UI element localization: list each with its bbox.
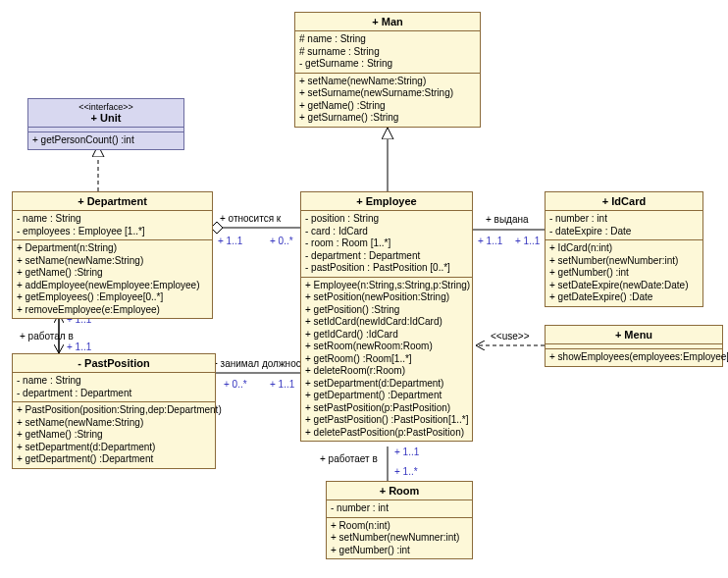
- emp-op-9: + getDepartment() :Department: [305, 390, 468, 402]
- mult-worked-past: + 1..1: [67, 342, 91, 352]
- unit-op-0: + getPersonCount() :int: [32, 134, 180, 147]
- pp-op-3: + setDepartment(d:Department): [17, 442, 211, 454]
- pp-op-0: + PastPosition(position:String,dep:Depar…: [17, 404, 211, 417]
- class-unit: <<interface>> + Unit + getPersonCount() …: [27, 98, 184, 150]
- room-op-1: + setNumber(newNumner:int): [331, 532, 468, 545]
- employee-attrs: - position : String - card : IdCard - ro…: [301, 211, 472, 278]
- label-issued: + выдана: [486, 214, 529, 225]
- mult-idcard: + 1..1: [515, 236, 540, 246]
- dep-op-1: + setName(newName:String): [17, 255, 208, 268]
- emp-op-8: + setDepartment(d:Department): [305, 378, 468, 391]
- idc-attr-1: - dateExpire : Date: [549, 226, 699, 238]
- man-title: + Man: [295, 13, 480, 31]
- man-op-0: + setName(newName:String): [299, 76, 476, 88]
- emp-op-1: + setPosition(newPosition:String): [305, 291, 468, 304]
- emp-op-2: + getPosition() :String: [305, 304, 468, 317]
- dep-op-5: + removeEmployee(e:Employee): [17, 304, 208, 317]
- emp-op-4: + getIdCard() :IdCard: [305, 329, 468, 342]
- pp-op-2: + getName() :String: [17, 429, 211, 442]
- class-unit-title: <<interface>> + Unit: [28, 99, 183, 128]
- unit-stereotype: <<interface>>: [32, 102, 180, 112]
- emp-op-11: + getPastPosition() :PastPosition[1..*]: [305, 414, 468, 427]
- man-attr-2: - getSurname : String: [299, 58, 476, 71]
- dep-attr-0: - name : String: [17, 213, 208, 226]
- room-op-2: + getNumber() :int: [331, 545, 468, 557]
- emp-attr-4: - pastPosition : PastPosition [0..*]: [305, 262, 468, 275]
- emp-op-12: + deletePastPosition(p:PastPosition): [305, 427, 468, 440]
- room-attrs: - number : int: [327, 500, 472, 518]
- class-pastposition: - PastPosition - name : String - departm…: [12, 353, 216, 469]
- employee-ops: + Employee(n:String,s:String,p:String) +…: [301, 278, 472, 442]
- emp-attr-2: - room : Room [1..*]: [305, 237, 468, 250]
- employee-title: + Employee: [301, 192, 472, 211]
- mult-emp-room: + 1..1: [394, 447, 419, 457]
- emp-attr-0: - position : String: [305, 213, 468, 226]
- label-works-in: + работает в: [320, 453, 378, 464]
- department-attrs: - name : String - employees : Employee […: [13, 211, 212, 240]
- mult-emp-past: + 1..1: [270, 379, 294, 390]
- emp-attr-1: - card : IdCard: [305, 226, 468, 238]
- label-use: <<use>>: [491, 331, 529, 342]
- room-op-0: + Room(n:int): [331, 520, 468, 533]
- department-ops: + Department(n:String) + setName(newName…: [13, 240, 212, 318]
- man-attrs: # name : String # surname : String - get…: [295, 31, 480, 74]
- mult-dep-side: + 1..1: [218, 236, 242, 246]
- mult-room: + 1..*: [394, 466, 418, 477]
- idc-op-1: + setNumber(newNumber:int): [549, 255, 699, 268]
- department-title: + Department: [13, 192, 212, 211]
- pp-attr-0: - name : String: [17, 375, 211, 388]
- unit-ops: + getPersonCount() :int: [28, 132, 183, 149]
- mult-emp-side: + 0..*: [270, 236, 293, 246]
- man-op-2: + getName() :String: [299, 100, 476, 113]
- class-menu: + Menu + showEmployees(employees:Employe…: [545, 325, 723, 367]
- mult-past-side: + 0..*: [224, 379, 247, 390]
- class-idcard: + IdCard - number : int - dateExpire : D…: [545, 191, 703, 307]
- room-ops: + Room(n:int) + setNumber(newNumner:int)…: [327, 518, 472, 559]
- dep-op-3: + addEmployee(newEmployee:Employee): [17, 280, 208, 292]
- emp-op-10: + setPastPosition(p:PastPosition): [305, 402, 468, 415]
- man-attr-0: # name : String: [299, 33, 476, 46]
- emp-op-6: + getRoom() :Room[1..*]: [305, 353, 468, 366]
- menu-ops: + showEmployees(employees:Employee[0..*]…: [546, 349, 722, 366]
- mult-emp-idcard: + 1..1: [478, 236, 502, 246]
- label-worked-in: + работал в: [20, 331, 74, 342]
- man-ops: + setName(newName:String) + setSurname(n…: [295, 74, 480, 127]
- idc-op-0: + IdCard(n:int): [549, 242, 699, 255]
- idc-attr-0: - number : int: [549, 213, 699, 226]
- man-op-3: + getSurname() :String: [299, 112, 476, 125]
- idc-op-4: + getDateExpire() :Date: [549, 291, 699, 304]
- menu-title: + Menu: [546, 326, 722, 344]
- emp-attr-3: - department : Department: [305, 250, 468, 263]
- emp-op-0: + Employee(n:String,s:String,p:String): [305, 280, 468, 292]
- room-attr-0: - number : int: [331, 502, 468, 515]
- pp-attr-1: - department : Department: [17, 388, 211, 400]
- emp-op-3: + setIdCard(newIdCard:IdCard): [305, 316, 468, 329]
- man-op-1: + setSurname(newSurname:String): [299, 87, 476, 100]
- idc-op-2: + getNumber() :int: [549, 267, 699, 280]
- pastposition-ops: + PastPosition(position:String,dep:Depar…: [13, 402, 215, 468]
- pastposition-attrs: - name : String - department : Departmen…: [13, 373, 215, 402]
- idcard-title: + IdCard: [546, 192, 702, 211]
- pp-op-1: + setName(newName:String): [17, 417, 211, 430]
- unit-name: + Unit: [91, 112, 122, 124]
- label-held-position: + занимал должность: [212, 358, 311, 369]
- class-man: + Man # name : String # surname : String…: [294, 12, 481, 128]
- class-department: + Department - name : String - employees…: [12, 191, 213, 319]
- dep-attr-1: - employees : Employee [1..*]: [17, 226, 208, 238]
- pp-op-4: + getDepartment() :Department: [17, 453, 211, 466]
- room-title: + Room: [327, 482, 472, 500]
- idc-op-3: + setDateExpire(newDate:Date): [549, 280, 699, 292]
- pastposition-title: - PastPosition: [13, 354, 215, 373]
- dep-op-0: + Department(n:String): [17, 242, 208, 255]
- class-room: + Room - number : int + Room(n:int) + se…: [326, 481, 473, 559]
- idcard-ops: + IdCard(n:int) + setNumber(newNumber:in…: [546, 240, 702, 306]
- man-attr-1: # surname : String: [299, 46, 476, 59]
- emp-op-7: + deleteRoom(r:Room): [305, 365, 468, 378]
- class-employee: + Employee - position : String - card : …: [300, 191, 473, 442]
- emp-op-5: + setRoom(newRoom:Room): [305, 341, 468, 353]
- idcard-attrs: - number : int - dateExpire : Date: [546, 211, 702, 240]
- menu-op-0: + showEmployees(employees:Employee[0..*]…: [549, 351, 718, 364]
- label-belongs-to: + относится к: [220, 213, 281, 224]
- dep-op-4: + getEmployees() :Employee[0..*]: [17, 291, 208, 304]
- dep-op-2: + getName() :String: [17, 267, 208, 280]
